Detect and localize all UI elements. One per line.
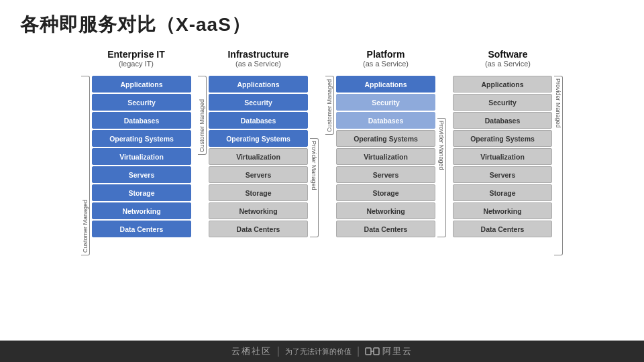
item-platform-1: Security <box>336 94 435 111</box>
page-title: 各种即服务对比（X-aaS） <box>0 0 644 44</box>
svg-rect-1 <box>374 348 379 355</box>
item-software-7: Networking <box>453 202 552 219</box>
customer-label-enterprise-it: Customer Managed <box>81 76 90 255</box>
item-infrastructure-3: Operating Systems <box>209 130 308 147</box>
customer-label-infrastructure: Customer Managed <box>198 76 207 155</box>
item-enterprise-it-8: Data Centers <box>92 221 191 237</box>
column-header-software: Software(as a Service) <box>485 44 531 72</box>
column-header-infrastructure: Infrastructure(as a Service) <box>227 44 288 72</box>
col-subtitle-platform: (as a Service) <box>363 60 409 68</box>
col-outer-infrastructure: Customer ManagedApplicationsSecurityData… <box>198 76 319 237</box>
item-infrastructure-1: Security <box>209 94 308 111</box>
item-enterprise-it-5: Servers <box>92 166 191 183</box>
item-infrastructure-4: Virtualization <box>209 148 308 165</box>
col-subtitle-software: (as a Service) <box>485 60 531 68</box>
slogan-text: 为了无法计算的价值 <box>285 347 352 357</box>
main-content: Enterprise IT(legacy IT)Customer Managed… <box>0 44 644 255</box>
item-enterprise-it-2: Databases <box>92 112 191 129</box>
logo-icon: 阿里云 <box>365 345 413 357</box>
col-title-enterprise-it: Enterprise IT <box>107 49 165 60</box>
item-platform-8: Data Centers <box>336 221 435 237</box>
item-software-0: Applications <box>453 76 552 93</box>
column-enterprise-it: Enterprise IT(legacy IT)Customer Managed… <box>81 44 191 255</box>
provider-label-infrastructure: Provider Managed <box>310 138 319 237</box>
item-enterprise-it-0: Applications <box>92 76 191 93</box>
col-subtitle-enterprise-it: (legacy IT) <box>119 60 154 68</box>
item-platform-0: Applications <box>336 76 435 93</box>
item-software-8: Data Centers <box>453 221 552 237</box>
items-col-platform: ApplicationsSecurityDatabasesOperating S… <box>336 76 435 237</box>
column-platform: Platform(as a Service)Customer ManagedAp… <box>325 44 446 237</box>
item-infrastructure-6: Storage <box>209 184 308 201</box>
item-software-5: Servers <box>453 166 552 183</box>
item-platform-7: Networking <box>336 202 435 219</box>
item-software-4: Virtualization <box>453 148 552 165</box>
bottom-bar: 云栖社区 | 为了无法计算的价值 | 阿里云 <box>0 341 644 362</box>
item-enterprise-it-7: Networking <box>92 202 191 219</box>
item-software-3: Operating Systems <box>453 130 552 147</box>
col-outer-platform: Customer ManagedApplicationsSecurityData… <box>325 76 446 237</box>
items-col-software: ApplicationsSecurityDatabasesOperating S… <box>453 76 552 255</box>
item-platform-6: Storage <box>336 184 435 201</box>
column-header-platform: Platform(as a Service) <box>363 44 409 72</box>
item-platform-2: Databases <box>336 112 435 129</box>
col-outer-software: ApplicationsSecurityDatabasesOperating S… <box>453 76 563 255</box>
col-title-platform: Platform <box>367 49 405 60</box>
customer-label-platform: Customer Managed <box>325 76 334 135</box>
item-platform-5: Servers <box>336 166 435 183</box>
item-enterprise-it-3: Operating Systems <box>92 130 191 147</box>
item-enterprise-it-6: Storage <box>92 184 191 201</box>
item-enterprise-it-4: Virtualization <box>92 148 191 165</box>
item-infrastructure-2: Databases <box>209 112 308 129</box>
column-infrastructure: Infrastructure(as a Service)Customer Man… <box>198 44 319 237</box>
provider-label-platform: Provider Managed <box>437 118 446 237</box>
divider2: | <box>357 345 360 357</box>
item-software-2: Databases <box>453 112 552 129</box>
items-col-infrastructure: ApplicationsSecurityDatabasesOperating S… <box>209 76 308 237</box>
col-subtitle-infrastructure: (as a Service) <box>235 60 281 68</box>
logo-text: 阿里云 <box>382 345 413 357</box>
items-col-enterprise-it: ApplicationsSecurityDatabasesOperating S… <box>92 76 191 255</box>
svg-rect-0 <box>366 348 371 355</box>
item-infrastructure-8: Data Centers <box>209 221 308 237</box>
column-header-enterprise-it: Enterprise IT(legacy IT) <box>107 44 165 72</box>
provider-label-software: Provider Managed <box>554 76 563 255</box>
item-platform-4: Virtualization <box>336 148 435 165</box>
item-software-6: Storage <box>453 184 552 201</box>
item-infrastructure-5: Servers <box>209 166 308 183</box>
col-outer-enterprise-it: Customer ManagedApplicationsSecurityData… <box>81 76 191 255</box>
item-platform-3: Operating Systems <box>336 130 435 147</box>
brand-text: 云栖社区 <box>231 345 272 357</box>
item-enterprise-it-1: Security <box>92 94 191 111</box>
column-software: Software(as a Service)ApplicationsSecuri… <box>453 44 563 255</box>
divider: | <box>277 345 280 357</box>
col-title-infrastructure: Infrastructure <box>227 49 288 60</box>
item-infrastructure-0: Applications <box>209 76 308 93</box>
item-infrastructure-7: Networking <box>209 202 308 219</box>
item-software-1: Security <box>453 94 552 111</box>
col-title-software: Software <box>488 49 527 60</box>
